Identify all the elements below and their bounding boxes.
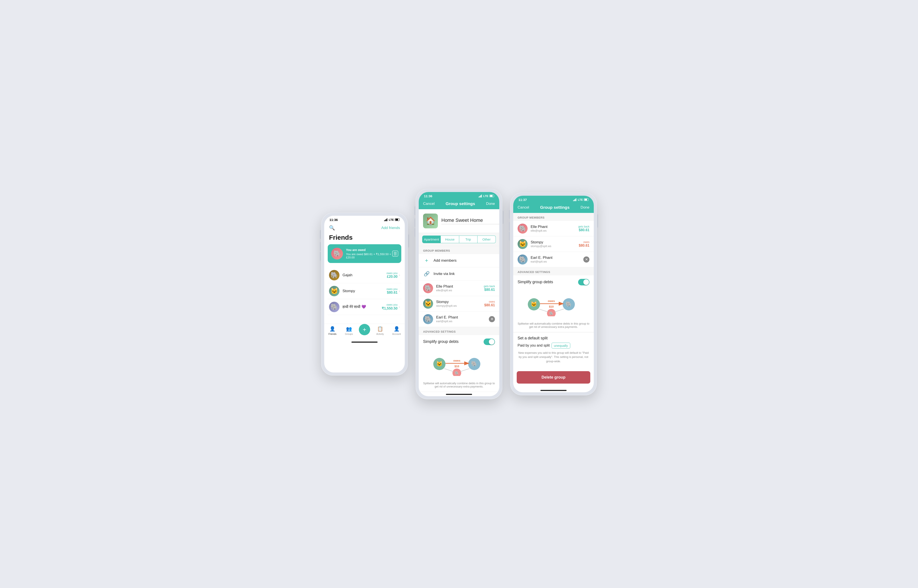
add-icon: +: [363, 326, 366, 333]
carrier-3: LTE: [578, 198, 583, 201]
nav-add-button[interactable]: +: [359, 324, 370, 335]
signal-icon-2: [478, 195, 482, 197]
default-split-value[interactable]: Paid by you and split unequally: [517, 342, 590, 349]
friend-amount-gajah: owes you £20.00: [386, 272, 398, 279]
member-email-elle-3: elle@splt.ws: [531, 229, 575, 232]
status-bar-1: 11:36 LTE: [324, 216, 405, 223]
groups-icon: 👥: [346, 326, 352, 332]
member-name-elle: Elle Phant: [436, 284, 481, 289]
member-row-stompy-3[interactable]: 🐱 Stompy stompy@splt.ws owes $80.61: [513, 236, 594, 252]
owes-amount-stompy-2: $80.61: [484, 303, 495, 307]
friend-row-stompy[interactable]: 🐱 Stompy owes you $80.61 ›: [328, 283, 401, 299]
type-other[interactable]: Other: [477, 236, 496, 243]
avatar-earl-3: 🐘: [517, 255, 528, 265]
home-indicator-1: [324, 339, 405, 344]
avatar-elle-2: 🐘: [423, 283, 433, 293]
group-settings-header-2: Cancel Group settings Done: [419, 199, 499, 209]
invite-link-label: Invite via link: [433, 272, 455, 276]
search-icon[interactable]: 🔍: [329, 225, 335, 231]
member-email-stompy-3: stompy@splt.ws: [531, 244, 576, 248]
nav-activity[interactable]: 📋 Activity: [373, 326, 387, 335]
cancel-button-2[interactable]: Cancel: [423, 202, 435, 206]
member-row-elle[interactable]: 🐘 Elle Phant elle@splt.ws gets back $80.…: [419, 281, 499, 296]
activity-icon: 📋: [377, 326, 383, 332]
header-title-3: Group settings: [540, 205, 570, 210]
member-row-stompy-2[interactable]: 🐱 Stompy stompy@splt.ws owes $80.61: [419, 296, 499, 312]
status-bar-3: 11:37 LTE: [513, 196, 594, 203]
type-apartment[interactable]: Apartment: [422, 236, 441, 243]
member-row-earl[interactable]: 🐘 Earl E. Phant earl@splt.ws ✕: [419, 312, 499, 327]
amount-hathi: ₹1,550.50: [382, 306, 398, 310]
avatar-stompy-3: 🐱: [517, 239, 528, 249]
friend-row-gajah[interactable]: 🐘 Gajah owes you £20.00 ›: [328, 267, 401, 283]
done-button-3[interactable]: Done: [580, 205, 590, 210]
member-amount-elle: gets back $80.61: [484, 285, 495, 292]
chevron-hathi: ›: [399, 305, 400, 309]
phones-container: 11:36 LTE 🔍 Add friends: [321, 189, 597, 399]
split-type-pill[interactable]: unequally: [551, 342, 570, 349]
battery-icon-1: [395, 218, 399, 221]
member-name-stompy-3: Stompy: [531, 240, 576, 244]
member-row-earl-3[interactable]: 🐘 Earl E. Phant earl@splt.ws ✕: [513, 252, 594, 267]
status-bar-2: 11:36 LTE: [419, 192, 499, 199]
invite-link-row[interactable]: 🔗 Invite via link: [419, 267, 499, 281]
nav-friends[interactable]: 👤 Friends: [326, 326, 339, 335]
nav-groups-label: Groups: [345, 333, 353, 335]
bottom-nav: 👤 Friends 👥 Groups + 📋 Activity 👤 Accoun…: [324, 324, 405, 339]
type-trip[interactable]: Trip: [459, 236, 477, 243]
phone-3-screen: 11:37 LTE Cancel Group set: [513, 196, 594, 393]
remove-earl-button-3[interactable]: ✕: [583, 257, 590, 263]
header-title-2: Group settings: [446, 201, 475, 206]
default-split-note: New expenses you add to this group will …: [517, 351, 590, 363]
account-icon: 👤: [394, 326, 399, 332]
member-row-elle-3[interactable]: 🐘 Elle Phant elle@splt.ws gets back $80.…: [513, 221, 594, 236]
member-name-stompy: Stompy: [436, 300, 481, 304]
banner-menu-icon[interactable]: [392, 250, 398, 257]
nav-activity-label: Activity: [376, 333, 384, 335]
avatar-gajah: 🐘: [329, 270, 339, 280]
friend-list: 🐘 Gajah owes you £20.00 › 🐱 Stompy: [324, 267, 405, 315]
debt-svg-3: 🐱 🐘 🐘 owes $10: [525, 292, 582, 316]
battery-icon-2: [489, 195, 494, 197]
done-button-2[interactable]: Done: [486, 202, 495, 206]
group-name-input[interactable]: [441, 218, 499, 224]
svg-text:🐱: 🐱: [531, 301, 537, 307]
amount-stompy: $80.61: [386, 291, 398, 294]
default-split-section: Set a default split Paid by you and spli…: [513, 332, 594, 367]
signal-icon-1: [384, 218, 387, 221]
nav-account[interactable]: 👤 Account: [390, 326, 403, 335]
simplify-toggle-3[interactable]: [578, 279, 590, 285]
friend-amount-stompy: owes you $80.61: [386, 288, 398, 294]
owed-banner: 🐘 You are owed You are owed $80.61 + ₹1,…: [328, 244, 401, 263]
friend-row-hathi[interactable]: 🐘 हाथी मेरे साथी 💜 owes you ₹1,550.50 ›: [328, 299, 401, 315]
member-email-earl-3: earl@splt.ws: [531, 260, 580, 263]
cancel-button-3[interactable]: Cancel: [517, 205, 529, 210]
page-title-friends: Friends: [324, 234, 405, 244]
type-house[interactable]: House: [441, 236, 459, 243]
friend-name-stompy: Stompy: [343, 289, 386, 293]
remove-earl-button[interactable]: ✕: [489, 316, 495, 322]
type-selector: Apartment House Trip Other: [419, 233, 499, 246]
owes-label-gajah: owes you: [386, 272, 398, 275]
avatar-earl: 🐘: [423, 314, 433, 324]
gets-back-amount-elle: $80.61: [484, 288, 495, 292]
owes-label-stompy-2: owes: [484, 300, 495, 303]
add-friends-button[interactable]: Add friends: [381, 226, 400, 230]
simplify-toggle-2[interactable]: [483, 339, 495, 345]
delete-group-button[interactable]: Delete group: [517, 371, 590, 384]
gets-back-label-elle: gets back: [484, 285, 495, 288]
banner-title: You are owed: [346, 248, 398, 252]
svg-text:🐘: 🐘: [455, 371, 459, 375]
nav-groups[interactable]: 👥 Groups: [342, 326, 356, 335]
time-3: 11:37: [519, 198, 527, 202]
add-members-row[interactable]: + Add members: [419, 254, 499, 267]
carrier-2: LTE: [483, 194, 488, 198]
svg-text:$10: $10: [549, 305, 554, 308]
group-photo[interactable]: 🏠: [423, 213, 438, 228]
time-1: 11:36: [330, 218, 338, 221]
debt-svg-2: 🐱 🐘 🐘 owes $10: [431, 352, 487, 376]
friends-header: 🔍 Add friends: [324, 223, 405, 234]
member-email-stompy: stompy@splt.ws: [436, 304, 481, 307]
banner-text: You are owed You are owed $80.61 + ₹1,55…: [346, 248, 398, 259]
simplify-row-3: Simplify group debts: [513, 275, 594, 289]
